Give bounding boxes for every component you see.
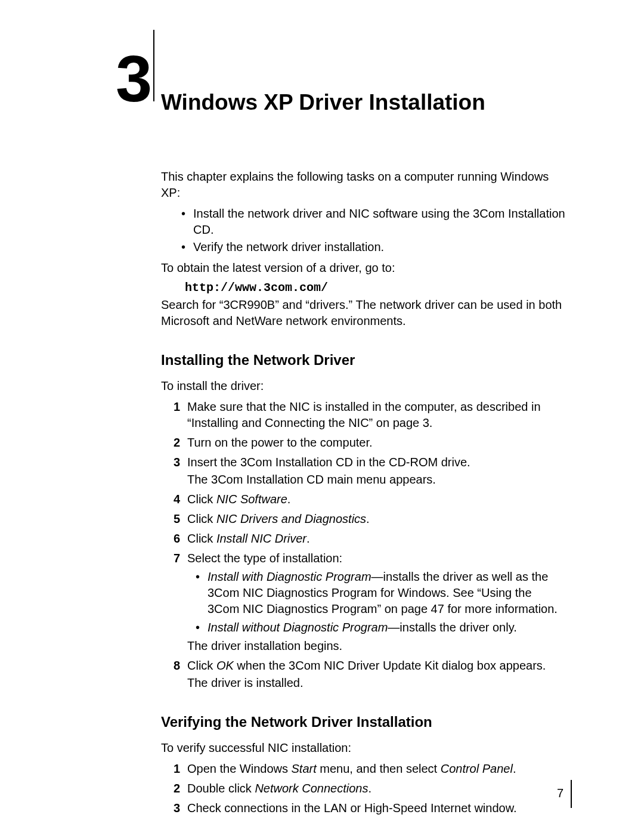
install-step: 6 Click Install NIC Driver. [167,531,566,547]
ui-term: NIC Software [216,493,287,506]
step-text: Check connections in the LAN or High-Spe… [187,801,517,815]
step-text: Turn on the power to the computer. [187,436,373,449]
step-suffix: . [306,532,310,545]
section2-lead: To verify successful NIC installation: [161,740,566,756]
option-name: Install without Diagnostic Program [208,621,388,634]
install-step: 3 Insert the 3Com Installation CD in the… [167,454,566,488]
verify-step: 3 Check connections in the LAN or High-S… [167,800,566,816]
step-subtext: The driver installation begins. [187,639,342,652]
intro-bullet-list: Install the network driver and NIC softw… [181,206,566,255]
step-subtext: The driver is installed. [187,675,566,691]
step-suffix: . [287,493,291,506]
intro-bullet: Install the network driver and NIC softw… [181,206,566,238]
step-mid: menu, and then select [317,762,441,775]
install-type-list: Install with Diagnostic Program—installs… [196,569,566,636]
step-text: Insert the 3Com Installation CD in the C… [187,456,470,469]
option-name: Install with Diagnostic Program [208,570,371,583]
step-suffix: . [513,762,516,775]
chapter-title: Windows XP Driver Installation [161,54,566,115]
install-type-option: Install without Diagnostic Program—insta… [196,620,566,636]
install-step: 7 Select the type of installation: Insta… [167,550,566,654]
install-step: 4 Click NIC Software. [167,491,566,507]
step-text: Make sure that the NIC is installed in t… [187,400,541,429]
ui-term: NIC Drivers and Diagnostics [216,512,366,525]
verify-step: 2 Double click Network Connections. [167,781,566,797]
step-prefix: Click [187,532,216,545]
chapter-divider-rule [153,30,154,101]
intro-search: Search for “3CR990B” and “drivers.” The … [161,297,566,329]
install-step: 1Make sure that the NIC is installed in … [167,399,566,431]
chapter-header: 3 Windows XP Driver Installation [161,36,566,115]
section-heading-verify: Verifying the Network Driver Installatio… [161,714,566,730]
option-desc: —installs the driver only. [388,621,516,634]
install-steps-list: 1Make sure that the NIC is installed in … [167,399,566,691]
step-suffix: . [366,512,370,525]
install-step: 5 Click NIC Drivers and Diagnostics. [167,511,566,527]
footer-rule [571,780,572,808]
step-prefix: Open the Windows [187,762,292,775]
step-prefix: Double click [187,782,255,795]
intro-bullet: Verify the network driver installation. [181,239,566,255]
intro-lead: This chapter explains the following task… [161,169,566,201]
step-prefix: Click [187,659,216,672]
ui-term: Network Connections [255,782,368,795]
verify-step: 1 Open the Windows Start menu, and then … [167,761,566,777]
install-step: 2Turn on the power to the computer. [167,435,566,451]
ui-term: Start [292,762,317,775]
install-step: 8 Click OK when the 3Com NIC Driver Upda… [167,658,566,691]
driver-url: http://www.3com.com/ [185,281,566,295]
chapter-number: 3 [116,46,152,112]
install-type-option: Install with Diagnostic Program—installs… [196,569,566,617]
step-prefix: Click [187,512,216,525]
ui-term: Install NIC Driver [216,532,306,545]
step-text: Select the type of installation: [187,552,342,565]
step-suffix: when the 3Com NIC Driver Update Kit dial… [234,659,546,672]
step-prefix: Click [187,493,216,506]
section-heading-install: Installing the Network Driver [161,352,566,368]
intro-obtain: To obtain the latest version of a driver… [161,260,566,276]
step-subtext: The 3Com Installation CD main menu appea… [187,472,566,488]
page-container: 3 Windows XP Driver Installation This ch… [0,0,644,833]
step-suffix: . [368,782,371,795]
section1-lead: To install the driver: [161,378,566,394]
verify-steps-list: 1 Open the Windows Start menu, and then … [167,761,566,816]
ui-term: OK [216,659,234,672]
page-number: 7 [557,786,564,800]
ui-term: Control Panel [441,762,513,775]
